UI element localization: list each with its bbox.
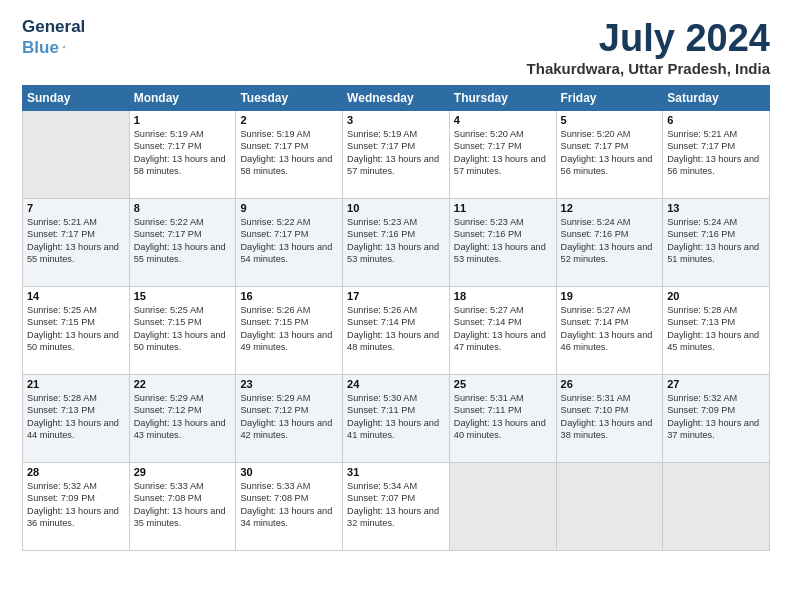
col-header-saturday: Saturday bbox=[663, 85, 770, 110]
col-header-monday: Monday bbox=[129, 85, 236, 110]
col-header-thursday: Thursday bbox=[449, 85, 556, 110]
cell-28: 28 Sunrise: 5:32 AMSunset: 7:09 PMDaylig… bbox=[23, 462, 130, 550]
cell-18: 18 Sunrise: 5:27 AMSunset: 7:14 PMDaylig… bbox=[449, 286, 556, 374]
logo: General Blue bbox=[22, 18, 66, 56]
cell-info: Sunrise: 5:21 AMSunset: 7:17 PMDaylight:… bbox=[27, 216, 125, 266]
cell-empty bbox=[556, 462, 663, 550]
day-number: 13 bbox=[667, 202, 765, 214]
cell-2: 2 Sunrise: 5:19 AMSunset: 7:17 PMDayligh… bbox=[236, 110, 343, 198]
cell-info: Sunrise: 5:23 AMSunset: 7:16 PMDaylight:… bbox=[454, 216, 552, 266]
cell-12: 12 Sunrise: 5:24 AMSunset: 7:16 PMDaylig… bbox=[556, 198, 663, 286]
col-header-friday: Friday bbox=[556, 85, 663, 110]
cell-info: Sunrise: 5:32 AMSunset: 7:09 PMDaylight:… bbox=[667, 392, 765, 442]
day-number: 3 bbox=[347, 114, 445, 126]
day-number: 20 bbox=[667, 290, 765, 302]
cell-info: Sunrise: 5:22 AMSunset: 7:17 PMDaylight:… bbox=[134, 216, 232, 266]
cell-info: Sunrise: 5:21 AMSunset: 7:17 PMDaylight:… bbox=[667, 128, 765, 178]
cell-info: Sunrise: 5:31 AMSunset: 7:11 PMDaylight:… bbox=[454, 392, 552, 442]
cell-empty bbox=[663, 462, 770, 550]
col-header-wednesday: Wednesday bbox=[343, 85, 450, 110]
cell-info: Sunrise: 5:22 AMSunset: 7:17 PMDaylight:… bbox=[240, 216, 338, 266]
day-number: 7 bbox=[27, 202, 125, 214]
day-number: 27 bbox=[667, 378, 765, 390]
day-number: 15 bbox=[134, 290, 232, 302]
day-number: 22 bbox=[134, 378, 232, 390]
week-row-4: 21 Sunrise: 5:28 AMSunset: 7:13 PMDaylig… bbox=[23, 374, 770, 462]
cell-info: Sunrise: 5:29 AMSunset: 7:12 PMDaylight:… bbox=[240, 392, 338, 442]
location: Thakurdwara, Uttar Pradesh, India bbox=[527, 60, 770, 77]
cell-6: 6 Sunrise: 5:21 AMSunset: 7:17 PMDayligh… bbox=[663, 110, 770, 198]
day-number: 8 bbox=[134, 202, 232, 214]
cell-5: 5 Sunrise: 5:20 AMSunset: 7:17 PMDayligh… bbox=[556, 110, 663, 198]
cell-25: 25 Sunrise: 5:31 AMSunset: 7:11 PMDaylig… bbox=[449, 374, 556, 462]
day-number: 10 bbox=[347, 202, 445, 214]
cell-27: 27 Sunrise: 5:32 AMSunset: 7:09 PMDaylig… bbox=[663, 374, 770, 462]
day-number: 12 bbox=[561, 202, 659, 214]
cell-1: 1 Sunrise: 5:19 AMSunset: 7:17 PMDayligh… bbox=[129, 110, 236, 198]
day-number: 24 bbox=[347, 378, 445, 390]
cell-info: Sunrise: 5:19 AMSunset: 7:17 PMDaylight:… bbox=[347, 128, 445, 178]
cell-11: 11 Sunrise: 5:23 AMSunset: 7:16 PMDaylig… bbox=[449, 198, 556, 286]
header-row: SundayMondayTuesdayWednesdayThursdayFrid… bbox=[23, 85, 770, 110]
header: General Blue July 2024 Thakurdwara, Utta… bbox=[22, 18, 770, 77]
cell-19: 19 Sunrise: 5:27 AMSunset: 7:14 PMDaylig… bbox=[556, 286, 663, 374]
cell-info: Sunrise: 5:34 AMSunset: 7:07 PMDaylight:… bbox=[347, 480, 445, 530]
cell-info: Sunrise: 5:24 AMSunset: 7:16 PMDaylight:… bbox=[667, 216, 765, 266]
col-header-tuesday: Tuesday bbox=[236, 85, 343, 110]
cell-8: 8 Sunrise: 5:22 AMSunset: 7:17 PMDayligh… bbox=[129, 198, 236, 286]
cell-info: Sunrise: 5:31 AMSunset: 7:10 PMDaylight:… bbox=[561, 392, 659, 442]
cell-3: 3 Sunrise: 5:19 AMSunset: 7:17 PMDayligh… bbox=[343, 110, 450, 198]
day-number: 14 bbox=[27, 290, 125, 302]
cell-info: Sunrise: 5:26 AMSunset: 7:15 PMDaylight:… bbox=[240, 304, 338, 354]
day-number: 6 bbox=[667, 114, 765, 126]
day-number: 9 bbox=[240, 202, 338, 214]
bird-icon bbox=[61, 36, 66, 58]
cell-7: 7 Sunrise: 5:21 AMSunset: 7:17 PMDayligh… bbox=[23, 198, 130, 286]
week-row-5: 28 Sunrise: 5:32 AMSunset: 7:09 PMDaylig… bbox=[23, 462, 770, 550]
cell-24: 24 Sunrise: 5:30 AMSunset: 7:11 PMDaylig… bbox=[343, 374, 450, 462]
cell-10: 10 Sunrise: 5:23 AMSunset: 7:16 PMDaylig… bbox=[343, 198, 450, 286]
cell-14: 14 Sunrise: 5:25 AMSunset: 7:15 PMDaylig… bbox=[23, 286, 130, 374]
cell-info: Sunrise: 5:26 AMSunset: 7:14 PMDaylight:… bbox=[347, 304, 445, 354]
day-number: 16 bbox=[240, 290, 338, 302]
cell-31: 31 Sunrise: 5:34 AMSunset: 7:07 PMDaylig… bbox=[343, 462, 450, 550]
cell-16: 16 Sunrise: 5:26 AMSunset: 7:15 PMDaylig… bbox=[236, 286, 343, 374]
col-header-sunday: Sunday bbox=[23, 85, 130, 110]
cell-9: 9 Sunrise: 5:22 AMSunset: 7:17 PMDayligh… bbox=[236, 198, 343, 286]
day-number: 21 bbox=[27, 378, 125, 390]
cell-info: Sunrise: 5:24 AMSunset: 7:16 PMDaylight:… bbox=[561, 216, 659, 266]
cell-empty bbox=[449, 462, 556, 550]
title-block: July 2024 Thakurdwara, Uttar Pradesh, In… bbox=[527, 18, 770, 77]
day-number: 18 bbox=[454, 290, 552, 302]
cell-info: Sunrise: 5:28 AMSunset: 7:13 PMDaylight:… bbox=[667, 304, 765, 354]
month-title: July 2024 bbox=[527, 18, 770, 60]
cell-4: 4 Sunrise: 5:20 AMSunset: 7:17 PMDayligh… bbox=[449, 110, 556, 198]
cell-info: Sunrise: 5:19 AMSunset: 7:17 PMDaylight:… bbox=[134, 128, 232, 178]
day-number: 25 bbox=[454, 378, 552, 390]
day-number: 5 bbox=[561, 114, 659, 126]
cell-20: 20 Sunrise: 5:28 AMSunset: 7:13 PMDaylig… bbox=[663, 286, 770, 374]
day-number: 30 bbox=[240, 466, 338, 478]
cell-30: 30 Sunrise: 5:33 AMSunset: 7:08 PMDaylig… bbox=[236, 462, 343, 550]
cell-info: Sunrise: 5:30 AMSunset: 7:11 PMDaylight:… bbox=[347, 392, 445, 442]
day-number: 31 bbox=[347, 466, 445, 478]
cell-info: Sunrise: 5:33 AMSunset: 7:08 PMDaylight:… bbox=[240, 480, 338, 530]
cell-26: 26 Sunrise: 5:31 AMSunset: 7:10 PMDaylig… bbox=[556, 374, 663, 462]
cell-info: Sunrise: 5:28 AMSunset: 7:13 PMDaylight:… bbox=[27, 392, 125, 442]
day-number: 4 bbox=[454, 114, 552, 126]
day-number: 1 bbox=[134, 114, 232, 126]
cell-info: Sunrise: 5:23 AMSunset: 7:16 PMDaylight:… bbox=[347, 216, 445, 266]
day-number: 19 bbox=[561, 290, 659, 302]
day-number: 11 bbox=[454, 202, 552, 214]
cell-17: 17 Sunrise: 5:26 AMSunset: 7:14 PMDaylig… bbox=[343, 286, 450, 374]
day-number: 23 bbox=[240, 378, 338, 390]
cell-21: 21 Sunrise: 5:28 AMSunset: 7:13 PMDaylig… bbox=[23, 374, 130, 462]
cell-15: 15 Sunrise: 5:25 AMSunset: 7:15 PMDaylig… bbox=[129, 286, 236, 374]
day-number: 2 bbox=[240, 114, 338, 126]
day-number: 26 bbox=[561, 378, 659, 390]
cell-info: Sunrise: 5:27 AMSunset: 7:14 PMDaylight:… bbox=[454, 304, 552, 354]
week-row-3: 14 Sunrise: 5:25 AMSunset: 7:15 PMDaylig… bbox=[23, 286, 770, 374]
day-number: 29 bbox=[134, 466, 232, 478]
day-number: 28 bbox=[27, 466, 125, 478]
cell-info: Sunrise: 5:29 AMSunset: 7:12 PMDaylight:… bbox=[134, 392, 232, 442]
